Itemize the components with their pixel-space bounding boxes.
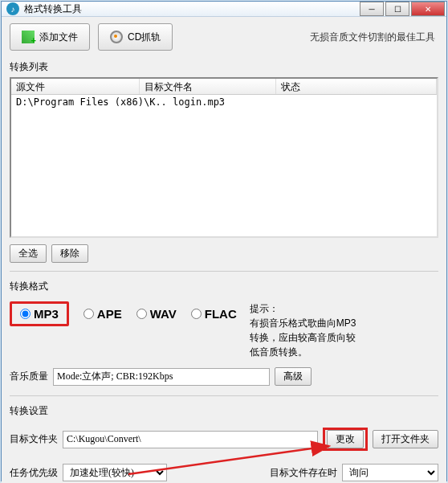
settings-label: 转换设置 — [10, 404, 438, 418]
mp3-label: MP3 — [34, 307, 59, 321]
col-target[interactable]: 目标文件名 — [140, 79, 276, 94]
cd-icon — [110, 31, 123, 43]
target-dir-label: 目标文件夹 — [10, 432, 58, 446]
target-dir-input[interactable] — [63, 431, 318, 448]
change-button[interactable]: 更改 — [327, 430, 364, 448]
open-folder-button[interactable]: 打开文件夹 — [373, 430, 438, 448]
list-row[interactable]: D:\Program Files (x86)\K.. login.mp3 — [11, 95, 437, 109]
flac-label: FLAC — [205, 307, 237, 321]
format-label: 转换格式 — [10, 280, 438, 293]
list-header: 源文件 目标文件名 状态 — [11, 79, 437, 95]
row-source: D:\Program Files (x86)\K.. login.mp3 — [16, 96, 273, 108]
minimize-button[interactable]: ─ — [360, 2, 384, 16]
add-file-label: 添加文件 — [39, 31, 78, 44]
wav-label: WAV — [150, 307, 177, 321]
remove-button[interactable]: 移除 — [51, 244, 88, 263]
format-wav[interactable]: WAV — [136, 307, 177, 321]
maximize-button[interactable]: ☐ — [385, 2, 409, 16]
quality-select[interactable] — [53, 368, 270, 386]
add-file-icon — [22, 31, 35, 43]
hint-box: 提示： 有损音乐格式歌曲向MP3转换，应由较高音质向较低音质转换。 — [250, 301, 362, 359]
priority-label: 任务优先级 — [10, 466, 58, 480]
cd-grab-label: CD抓轨 — [128, 31, 161, 44]
list-label: 转换列表 — [10, 60, 438, 74]
format-flac[interactable]: FLAC — [191, 307, 237, 321]
window-title: 格式转换工具 — [24, 2, 360, 16]
conversion-list[interactable]: 源文件 目标文件名 状态 D:\Program Files (x86)\K.. … — [10, 77, 438, 238]
exist-select[interactable]: 询问 — [342, 464, 438, 481]
wav-radio[interactable] — [136, 309, 147, 319]
quality-label: 音乐质量 — [10, 370, 48, 383]
mp3-radio[interactable] — [20, 309, 31, 319]
separator2 — [10, 395, 438, 396]
priority-select[interactable]: 加速处理(较快) — [63, 464, 167, 481]
col-source[interactable]: 源文件 — [11, 79, 140, 94]
format-mp3[interactable]: MP3 — [20, 307, 59, 321]
format-options: MP3 APE WAV FLAC — [10, 301, 237, 326]
list-buttons: 全选 移除 — [10, 244, 438, 263]
mp3-highlight: MP3 — [10, 301, 69, 326]
exist-label: 目标文件存在时 — [270, 466, 337, 480]
window-controls: ─ ☐ ✕ — [360, 2, 445, 16]
col-status[interactable]: 状态 — [276, 79, 437, 94]
toolbar: 添加文件 CD抓轨 无损音质文件切割的最佳工具 — [10, 23, 438, 51]
format-row: MP3 APE WAV FLAC 提示： 有损音乐格式歌曲向MP3 — [10, 301, 438, 359]
quality-row: 音乐质量 高级 — [10, 367, 438, 386]
app-icon: ♪ — [6, 2, 19, 15]
ape-radio[interactable] — [83, 309, 94, 319]
flac-radio[interactable] — [191, 309, 202, 319]
hint-body: 有损音乐格式歌曲向MP3转换，应由较高音质向较低音质转换。 — [250, 316, 362, 359]
change-highlight: 更改 — [323, 428, 368, 451]
close-button[interactable]: ✕ — [411, 2, 445, 16]
advanced-button[interactable]: 高级 — [275, 367, 312, 386]
separator — [10, 271, 438, 272]
add-file-button[interactable]: 添加文件 — [10, 23, 90, 51]
app-window: ♪ 格式转换工具 ─ ☐ ✕ 添加文件 CD抓轨 无损音质文件切割的最佳工具 转… — [1, 1, 447, 481]
select-all-button[interactable]: 全选 — [10, 244, 47, 263]
hint-title: 提示： — [250, 301, 362, 316]
content-area: 添加文件 CD抓轨 无损音质文件切割的最佳工具 转换列表 源文件 目标文件名 状… — [2, 17, 446, 483]
titlebar: ♪ 格式转换工具 ─ ☐ ✕ — [2, 2, 446, 17]
format-ape[interactable]: APE — [83, 307, 122, 321]
target-dir-row: 目标文件夹 更改 打开文件夹 — [10, 428, 438, 451]
cd-grab-button[interactable]: CD抓轨 — [98, 23, 173, 51]
ape-label: APE — [97, 307, 122, 321]
priority-row: 任务优先级 加速处理(较快) 目标文件存在时 询问 — [10, 464, 438, 481]
slogan-text: 无损音质文件切割的最佳工具 — [310, 31, 438, 44]
